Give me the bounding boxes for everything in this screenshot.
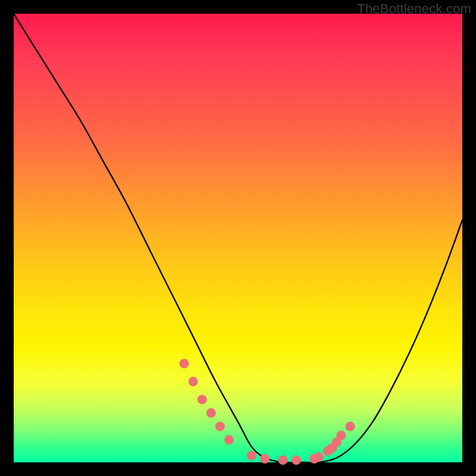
highlight-dot bbox=[198, 394, 207, 404]
highlight-dot bbox=[224, 435, 234, 444]
highlight-dot bbox=[247, 451, 256, 461]
highlight-dot bbox=[189, 377, 198, 386]
curve-layer bbox=[14, 14, 462, 462]
highlight-dot bbox=[346, 422, 355, 431]
bottleneck-curve bbox=[14, 14, 462, 463]
highlight-dot bbox=[215, 422, 225, 431]
highlight-dot bbox=[292, 455, 301, 465]
highlight-dot bbox=[336, 431, 346, 440]
highlight-dot bbox=[314, 452, 324, 462]
plot-area bbox=[14, 14, 462, 462]
highlight-dot bbox=[206, 408, 216, 418]
highlight-dots bbox=[180, 359, 355, 465]
chart-frame: TheBottleneck.com bbox=[0, 0, 476, 476]
highlight-dot bbox=[260, 454, 270, 464]
watermark-text: TheBottleneck.com bbox=[357, 1, 471, 17]
highlight-dot bbox=[180, 359, 189, 368]
highlight-dot bbox=[278, 455, 287, 465]
